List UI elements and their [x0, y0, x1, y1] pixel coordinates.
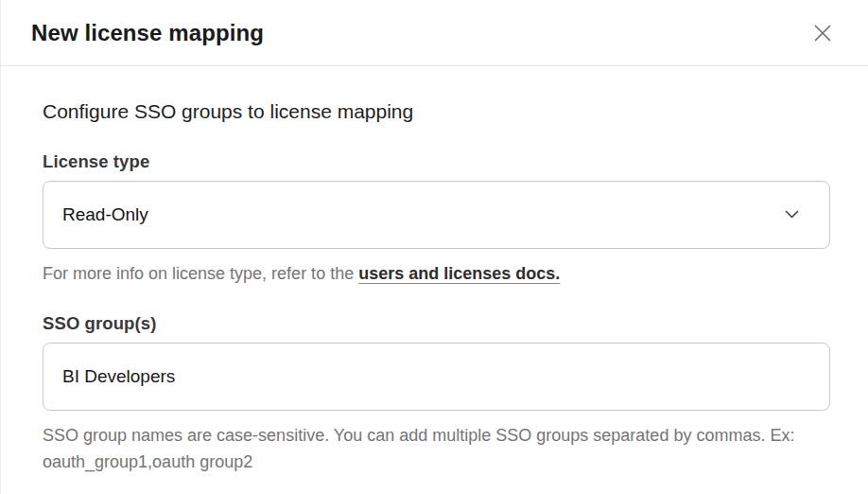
sso-groups-label: SSO group(s): [43, 313, 830, 334]
close-icon: [811, 22, 834, 44]
chevron-down-icon: [785, 210, 799, 220]
license-type-label: License type: [43, 151, 830, 172]
license-type-help-prefix: For more info on license type, refer to …: [43, 264, 358, 283]
close-button[interactable]: [807, 18, 838, 48]
license-type-selected-value: Read-Only: [62, 204, 148, 225]
sso-groups-help-text: SSO group names are case-sensitive. You …: [43, 422, 799, 475]
sso-groups-input[interactable]: [43, 343, 830, 411]
sso-groups-field-group: SSO group(s) SSO group names are case-se…: [43, 313, 830, 475]
new-license-mapping-modal: New license mapping Configure SSO groups…: [0, 0, 868, 494]
form-heading: Configure SSO groups to license mapping: [43, 100, 830, 123]
modal-body: Configure SSO groups to license mapping …: [1, 66, 868, 475]
license-type-select[interactable]: Read-Only: [43, 181, 830, 249]
users-and-licenses-docs-link[interactable]: users and licenses docs.: [358, 264, 560, 283]
license-type-field-group: License type Read-Only For more info on …: [43, 151, 830, 287]
modal-header: New license mapping: [1, 0, 868, 66]
modal-title: New license mapping: [31, 20, 264, 46]
license-type-help-text: For more info on license type, refer to …: [43, 260, 799, 287]
